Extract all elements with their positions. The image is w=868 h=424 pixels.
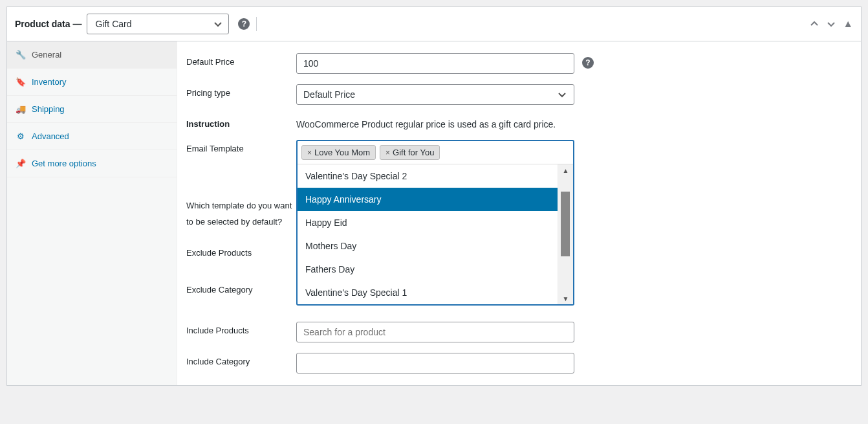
- dropdown-options: Valentine's Day Special 2 Happy Annivers…: [298, 164, 558, 304]
- tag-gift-for-you[interactable]: ×Gift for You: [380, 145, 440, 160]
- multiselect-tags: ×Love You Mom ×Gift for You: [298, 141, 573, 164]
- content-area: Default Price ? Pricing type Default Pri…: [177, 41, 861, 385]
- tag-icon: 🔖: [15, 77, 27, 87]
- product-type-select[interactable]: Gift Card: [87, 14, 229, 34]
- scrollbar[interactable]: ▲ ▼: [558, 164, 573, 304]
- input-include-category[interactable]: [296, 353, 574, 374]
- tag-love-you-mom[interactable]: ×Love You Mom: [301, 145, 376, 160]
- tab-label: Inventory: [32, 77, 66, 87]
- label-exclude-products: Exclude Products: [186, 244, 296, 258]
- option-fathers-day[interactable]: Fathers Day: [298, 258, 558, 281]
- row-pricing-type: Pricing type Default Price: [186, 79, 852, 110]
- label-email-template: Email Template: [186, 140, 296, 153]
- instruction-text: WooCommerce Product regular price is use…: [296, 115, 556, 129]
- input-default-price[interactable]: [296, 53, 574, 74]
- label-instruction: Instruction: [186, 115, 296, 129]
- sidebar: 🔧 General 🔖 Inventory 🚚 Shipping ⚙ Advan…: [7, 41, 177, 385]
- toggle-panel-icon[interactable]: ▲: [843, 18, 853, 30]
- scroll-down-icon[interactable]: ▼: [558, 293, 573, 304]
- help-icon[interactable]: ?: [238, 18, 250, 30]
- row-instruction: Instruction WooCommerce Product regular …: [186, 110, 852, 135]
- row-include-products: Include Products: [186, 317, 852, 348]
- panel-title: Product data —: [15, 19, 81, 29]
- move-down-icon[interactable]: [826, 19, 836, 29]
- move-up-icon[interactable]: [809, 19, 819, 29]
- panel-body: 🔧 General 🔖 Inventory 🚚 Shipping ⚙ Advan…: [7, 41, 861, 385]
- remove-tag-icon[interactable]: ×: [307, 148, 312, 157]
- vertical-divider: [256, 17, 257, 31]
- gear-icon: ⚙: [15, 131, 27, 141]
- select-pricing-type[interactable]: Default Price: [296, 84, 574, 105]
- option-happy-eid[interactable]: Happy Eid: [298, 211, 558, 234]
- label-exclude-category: Exclude Category: [186, 281, 296, 295]
- panel-header: Product data — Gift Card ? ▲: [7, 7, 861, 41]
- dropdown: Valentine's Day Special 2 Happy Annivers…: [298, 164, 573, 304]
- tab-label: Get more options: [32, 159, 96, 168]
- option-happy-anniversary[interactable]: Happy Anniversary: [298, 188, 558, 211]
- scrollbar-thumb[interactable]: [561, 192, 570, 256]
- tab-general[interactable]: 🔧 General: [7, 41, 177, 69]
- option-mothers-day[interactable]: Mothers Day: [298, 234, 558, 258]
- label-include-category: Include Category: [186, 353, 296, 366]
- help-icon[interactable]: ?: [582, 57, 594, 69]
- row-include-category: Include Category: [186, 348, 852, 379]
- chevron-down-icon: [557, 89, 567, 100]
- tab-label: Shipping: [32, 104, 65, 114]
- tab-shipping[interactable]: 🚚 Shipping: [7, 96, 177, 123]
- tab-label: General: [32, 50, 61, 60]
- row-default-price: Default Price ?: [186, 48, 852, 79]
- select-pricing-type-value: Default Price: [303, 89, 355, 100]
- remove-tag-icon[interactable]: ×: [385, 148, 390, 157]
- label-pricing-type: Pricing type: [186, 84, 296, 98]
- truck-icon: 🚚: [15, 104, 27, 114]
- scroll-up-icon[interactable]: ▲: [558, 164, 573, 176]
- label-include-products: Include Products: [186, 322, 296, 335]
- tab-advanced[interactable]: ⚙ Advanced: [7, 123, 177, 150]
- option-valentines-2[interactable]: Valentine's Day Special 2: [298, 164, 558, 188]
- tab-get-more-options[interactable]: 📌 Get more options: [7, 150, 177, 177]
- chevron-down-icon: [213, 19, 223, 29]
- tab-inventory[interactable]: 🔖 Inventory: [7, 69, 177, 96]
- wrench-icon: 🔧: [15, 50, 27, 60]
- option-valentines-1[interactable]: Valentine's Day Special 1: [298, 281, 558, 304]
- pin-icon: 📌: [15, 159, 27, 168]
- input-include-products[interactable]: [296, 322, 574, 342]
- scrollbar-track[interactable]: [558, 176, 573, 293]
- tab-label: Advanced: [32, 131, 69, 141]
- product-data-panel: Product data — Gift Card ? ▲ 🔧 General 🔖…: [6, 6, 862, 386]
- multiselect-email-template[interactable]: ×Love You Mom ×Gift for You Valentine's …: [296, 140, 574, 306]
- label-default-price: Default Price: [186, 53, 296, 67]
- product-type-value: Gift Card: [95, 19, 131, 29]
